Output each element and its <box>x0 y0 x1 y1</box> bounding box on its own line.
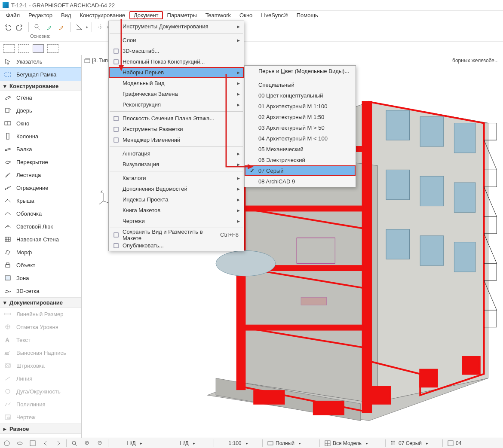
submenu-arrow-icon: ▶ <box>235 152 241 156</box>
tool-marquee[interactable]: Бегущая Рамка <box>0 68 81 81</box>
menu-file[interactable]: Файл <box>2 11 24 19</box>
tool-line[interactable]: Линия <box>0 372 81 385</box>
menu-editor[interactable]: Редактор <box>24 11 57 19</box>
menu-view[interactable]: Вид <box>57 11 76 19</box>
tool-object[interactable]: Объект <box>0 259 81 271</box>
menuitem-label: Индексы Проекта <box>121 196 235 203</box>
tool-slab[interactable]: Перекрытие <box>0 155 81 168</box>
sb-model[interactable]: Вся Модель▸ <box>322 440 383 447</box>
menuitem[interactable]: Модельный Вид▶ <box>109 78 244 88</box>
sel-variant-1[interactable] <box>3 44 15 53</box>
sb-zoom[interactable]: Полный▸ <box>265 440 317 447</box>
tool-mesh[interactable]: 3D-сетка <box>0 284 81 297</box>
tool-shell[interactable]: Оболочка <box>0 207 81 220</box>
snaps-button[interactable] <box>95 22 106 32</box>
menu-construction[interactable]: Конструирование <box>75 11 129 19</box>
menuitem[interactable]: 06 Электрический <box>245 155 356 165</box>
tool-railing[interactable]: Ограждение <box>0 181 81 194</box>
menuitem[interactable]: Графическая Замена▶ <box>109 88 244 99</box>
group-misc[interactable]: ▸ Разное <box>0 424 81 434</box>
tool-dimension[interactable]: Линейный Размер <box>0 308 81 320</box>
tool-curtainwall[interactable]: Навесная Стена <box>0 233 81 246</box>
tool-door[interactable]: Дверь <box>0 104 81 117</box>
menuitem[interactable]: Визуализация▶ <box>109 159 244 170</box>
menuitem[interactable]: Чертежи▶ <box>109 216 244 226</box>
submenu-arrow-icon: ▶ <box>235 176 241 180</box>
menu-document[interactable]: Документ <box>129 11 163 19</box>
menuitem[interactable]: Индексы Проекта▶ <box>109 194 244 205</box>
menuitem[interactable]: 07 Серый <box>245 165 356 176</box>
menu-livesync[interactable]: LiveSync® <box>257 11 292 19</box>
pick-button[interactable] <box>32 22 43 32</box>
eyedropper-button[interactable] <box>44 22 55 32</box>
menuitem[interactable]: 3D-масштаб... <box>109 46 244 56</box>
sel-variant-2[interactable] <box>18 44 29 53</box>
menu-teamwork[interactable]: Teamwork <box>201 11 235 19</box>
sb-nd1[interactable]: Н/Д▸ <box>111 440 158 446</box>
angle-button[interactable] <box>74 22 84 32</box>
tool-stair[interactable]: Лестница <box>0 168 81 181</box>
menuitem[interactable]: Инструменты Документирования▶ <box>109 21 244 32</box>
menuitem[interactable]: Аннотация▶ <box>109 148 244 159</box>
tool-column[interactable]: Колонна <box>0 130 81 143</box>
menuitem[interactable]: Книга Макетов▶ <box>109 205 244 216</box>
menuitem[interactable]: Инструменты Разметки <box>109 124 244 134</box>
tool-beam[interactable]: Балка <box>0 143 81 155</box>
tool-polyline[interactable]: Полилиния <box>0 398 81 411</box>
sb-orbit[interactable] <box>15 440 25 447</box>
sb-zoom-out[interactable] <box>95 440 105 447</box>
tool-wall[interactable]: Стена <box>0 91 81 104</box>
tool-zone[interactable]: Зона <box>0 271 81 284</box>
undo-button[interactable] <box>3 22 13 32</box>
menu-help[interactable]: Помощь <box>292 11 322 19</box>
menuitem[interactable]: 00 Цвет концептуальный <box>245 90 356 101</box>
menuitem[interactable]: Менеджер Изменений <box>109 134 244 145</box>
menuitem[interactable]: Специальный <box>245 79 356 90</box>
menuitem[interactable]: Опубликовать... <box>109 240 244 251</box>
sb-zoom-actual[interactable] <box>69 440 80 447</box>
sb-prev[interactable] <box>40 440 51 447</box>
sb-next[interactable] <box>53 440 64 447</box>
sb-nav[interactable] <box>2 440 12 447</box>
group-documentation[interactable]: ▾ Документирование <box>0 297 81 308</box>
inject-button[interactable] <box>56 22 67 32</box>
menuitem[interactable]: 05 Механический <box>245 144 356 155</box>
sb-scale[interactable]: 1:100▸ <box>217 440 260 446</box>
tool-text[interactable]: AТекст <box>0 333 81 346</box>
menuitem[interactable]: Перья и Цвет (Модельные Виды)... <box>245 66 356 76</box>
tool-arc[interactable]: Дуга/Окружность <box>0 385 81 398</box>
tool-hatch[interactable]: Штриховка <box>0 359 81 372</box>
menu-parameters[interactable]: Параметры <box>163 11 201 19</box>
sb-penset[interactable]: 07 Серый▸ <box>388 440 440 447</box>
sb-zoom-in[interactable] <box>82 440 92 447</box>
tool-drawing[interactable]: Чертеж <box>0 411 81 424</box>
menuitem[interactable]: Реконструкция▶ <box>109 99 244 110</box>
tool-level[interactable]: Отметка Уровня <box>0 320 81 333</box>
sel-variant-4[interactable] <box>47 44 58 53</box>
menuitem[interactable]: Дополнения Ведомостей▶ <box>109 183 244 194</box>
menuitem[interactable]: Плоскость Сечения Плана Этажа... <box>109 113 244 124</box>
menuitem[interactable]: Сохранить Вид и Разместить в МакетеCtrl+… <box>109 229 244 240</box>
menuitem[interactable]: 01 Архитектурный M 1:100 <box>245 101 356 112</box>
menuitem[interactable]: Наборы Перьев▶ <box>109 67 244 78</box>
menuitem[interactable]: 08 ArchiCAD 9 <box>245 176 356 187</box>
tool-morph[interactable]: Морф <box>0 246 81 259</box>
tool-window[interactable]: Окно <box>0 117 81 130</box>
menu-window[interactable]: Окно <box>235 11 257 19</box>
menuitem[interactable]: Каталоги▶ <box>109 173 244 183</box>
sb-nd2[interactable]: Н/Д▸ <box>164 440 211 446</box>
menuitem[interactable]: 04 Архитектурный M < 100 <box>245 133 356 144</box>
menuitem[interactable]: Слои▶ <box>109 35 244 46</box>
group-construction[interactable]: ▾ Конструирование <box>0 81 81 91</box>
redo-button[interactable] <box>15 22 25 32</box>
sel-variant-3[interactable] <box>33 44 44 53</box>
sb-last[interactable]: 04 <box>445 440 463 447</box>
sb-zoom-ext[interactable] <box>28 440 38 447</box>
tool-skylight[interactable]: Световой Люк <box>0 220 81 233</box>
tool-pointer[interactable]: Указатель <box>0 55 81 68</box>
menuitem[interactable]: 02 Архитектурный M 1:50 <box>245 112 356 122</box>
tool-roof[interactable]: Крыша <box>0 194 81 207</box>
tool-label[interactable]: A1Выносная Надпись <box>0 346 81 359</box>
menuitem[interactable]: 03 Архитектурный M > 50 <box>245 122 356 133</box>
menuitem[interactable]: Неполный Показ Конструкций... <box>109 56 244 67</box>
